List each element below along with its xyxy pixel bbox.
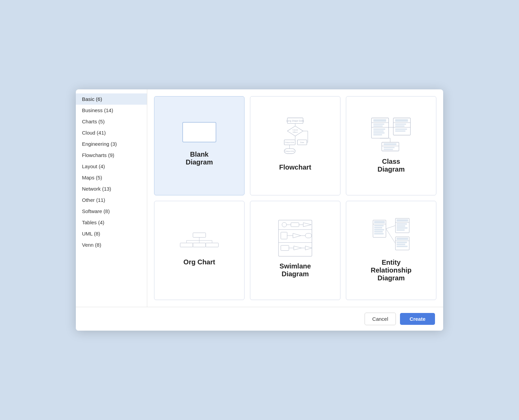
sidebar-item-business[interactable]: Business (14) (76, 105, 147, 116)
svg-rect-75 (374, 229, 384, 230)
sidebar-item-basic[interactable]: Basic (6) (76, 93, 147, 105)
template-org-chart[interactable]: Org Chart (154, 201, 245, 300)
erd-preview (372, 216, 410, 253)
svg-rect-37 (384, 143, 397, 145)
dialog-body: Basic (6)Business (14)Charts (5)Cloud (4… (76, 89, 443, 307)
svg-point-55 (282, 222, 287, 227)
template-swimlane[interactable]: SwimlaneDiagram (250, 201, 340, 300)
svg-rect-64 (305, 233, 312, 238)
svg-rect-74 (374, 227, 382, 228)
svg-rect-65 (281, 245, 289, 250)
svg-text:Long Shape Goes: Long Shape Goes (286, 119, 304, 122)
templates-grid: BlankDiagram Long Shape Goes Cause Effec… (147, 89, 443, 307)
svg-rect-90 (397, 246, 407, 247)
template-blank[interactable]: BlankDiagram (154, 96, 245, 195)
create-button[interactable]: Create (400, 313, 435, 325)
sidebar-item-charts[interactable]: Charts (5) (76, 116, 147, 127)
svg-rect-25 (373, 132, 385, 134)
svg-text:Cause: Cause (292, 128, 298, 130)
svg-rect-26 (373, 134, 382, 136)
sidebar-item-cloud[interactable]: Cloud (41) (76, 127, 147, 138)
svg-rect-24 (373, 130, 384, 132)
sidebar-item-venn[interactable]: Venn (8) (76, 239, 147, 250)
svg-rect-52 (279, 220, 312, 257)
svg-rect-21 (373, 124, 384, 125)
blank-diagram-preview (182, 122, 216, 142)
svg-rect-80 (397, 219, 408, 222)
flowchart-preview: Long Shape Goes Cause Effect Output Info… (277, 117, 314, 158)
sidebar-item-network[interactable]: Network (13) (76, 183, 147, 194)
svg-rect-82 (397, 225, 405, 226)
svg-marker-59 (303, 223, 312, 227)
svg-rect-57 (291, 223, 299, 227)
svg-rect-22 (373, 125, 383, 127)
template-class-label: ClassDiagram (374, 154, 408, 177)
swimlane-preview (277, 220, 314, 257)
svg-rect-83 (397, 227, 407, 228)
svg-rect-32 (395, 125, 405, 127)
svg-text:Effect: Effect (293, 131, 298, 133)
svg-marker-62 (293, 233, 301, 238)
template-org-label: Org Chart (180, 255, 218, 269)
svg-text:Data: Data (300, 141, 304, 143)
svg-rect-81 (397, 223, 407, 225)
svg-line-91 (386, 225, 396, 228)
category-sidebar: Basic (6)Business (14)Charts (5)Cloud (4… (76, 89, 147, 307)
svg-marker-67 (294, 246, 302, 250)
template-swimlane-label: SwimlaneDiagram (276, 259, 314, 281)
svg-rect-72 (374, 221, 385, 223)
template-blank-label: BlankDiagram (182, 147, 216, 170)
svg-rect-89 (397, 244, 405, 245)
svg-rect-77 (374, 233, 384, 234)
svg-rect-87 (397, 238, 408, 240)
template-erd[interactable]: EntityRelationshipDiagram (346, 201, 436, 300)
svg-rect-84 (397, 229, 405, 230)
template-erd-label: EntityRelationshipDiagram (367, 255, 415, 285)
template-flowchart[interactable]: Long Shape Goes Cause Effect Output Info… (250, 96, 340, 195)
dialog-footer: Cancel Create (76, 307, 443, 331)
svg-rect-49 (193, 243, 206, 247)
svg-rect-23 (373, 128, 385, 130)
svg-rect-43 (193, 233, 206, 238)
svg-rect-20 (373, 119, 386, 122)
svg-rect-33 (395, 128, 407, 130)
org-chart-preview (177, 232, 221, 252)
sidebar-item-flowcharts[interactable]: Flowcharts (9) (76, 150, 147, 161)
svg-rect-88 (397, 242, 407, 243)
svg-rect-60 (281, 232, 287, 239)
template-flowchart-label: Flowchart (276, 160, 315, 175)
svg-rect-39 (384, 149, 393, 150)
create-diagram-dialog: Basic (6)Business (14)Charts (5)Cloud (4… (76, 89, 443, 331)
cancel-button[interactable]: Cancel (365, 313, 396, 325)
svg-rect-73 (374, 225, 384, 226)
class-diagram-preview (371, 115, 412, 152)
sidebar-item-maps[interactable]: Maps (5) (76, 172, 147, 183)
svg-text:Output Info: Output Info (285, 141, 294, 143)
svg-rect-51 (206, 243, 219, 247)
svg-marker-69 (305, 246, 312, 250)
svg-line-92 (386, 229, 396, 243)
template-class-diagram[interactable]: ClassDiagram (346, 96, 436, 195)
svg-rect-30 (395, 119, 408, 122)
svg-rect-31 (395, 124, 406, 125)
sidebar-item-uml[interactable]: UML (8) (76, 228, 147, 239)
svg-rect-76 (374, 231, 383, 232)
svg-rect-47 (180, 243, 193, 247)
sidebar-item-engineering[interactable]: Engineering (3) (76, 138, 147, 150)
svg-text:Output Info: Output Info (285, 150, 294, 152)
sidebar-item-tables[interactable]: Tables (4) (76, 217, 147, 228)
svg-rect-38 (384, 147, 395, 148)
sidebar-item-other[interactable]: Other (11) (76, 194, 147, 206)
sidebar-item-software[interactable]: Software (8) (76, 206, 147, 217)
svg-rect-34 (395, 130, 405, 132)
sidebar-item-layout[interactable]: Layout (4) (76, 161, 147, 172)
